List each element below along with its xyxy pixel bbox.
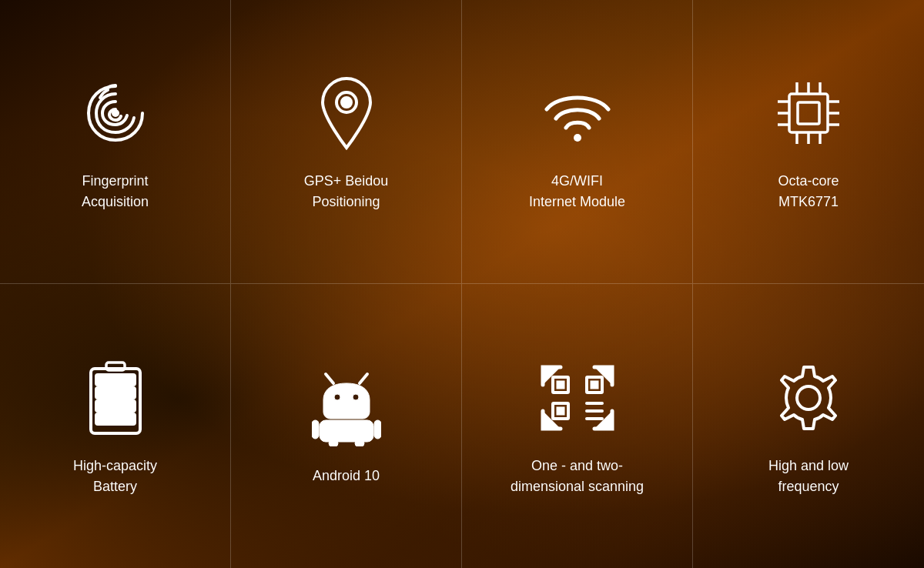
gps-icon xyxy=(312,75,381,152)
svg-rect-4 xyxy=(789,94,828,132)
features-grid: Fingerprint Acquisition GPS+ Beidou Posi… xyxy=(0,0,924,568)
fingerprint-label: Fingerprint Acquisition xyxy=(82,171,149,212)
chip-icon-wrap xyxy=(766,71,851,155)
feature-gps: GPS+ Beidou Positioning xyxy=(231,0,462,284)
feature-fingerprint: Fingerprint Acquisition xyxy=(0,0,231,284)
svg-rect-21 xyxy=(96,388,135,398)
feature-battery: High-capacity Battery xyxy=(0,284,231,568)
battery-icon-wrap xyxy=(73,356,158,440)
chip-icon xyxy=(770,75,847,152)
svg-rect-20 xyxy=(96,375,135,385)
qr-label: One - and two- dimensional scanning xyxy=(511,456,644,497)
wifi-icon-wrap xyxy=(535,71,620,155)
svg-rect-23 xyxy=(96,414,135,424)
svg-rect-36 xyxy=(558,383,563,387)
feature-android: Android 10 xyxy=(231,284,462,568)
svg-point-0 xyxy=(113,111,118,115)
gps-label: GPS+ Beidou Positioning xyxy=(304,171,389,212)
feature-frequency: High and low frequency xyxy=(693,284,924,568)
svg-rect-31 xyxy=(329,440,338,446)
svg-rect-5 xyxy=(798,102,819,124)
svg-line-24 xyxy=(326,374,333,383)
chip-label: Octa-core MTK6771 xyxy=(778,171,839,212)
svg-line-25 xyxy=(360,374,367,383)
gps-icon-wrap xyxy=(304,71,389,155)
gear-icon xyxy=(770,359,847,436)
qr-scan-icon xyxy=(539,363,616,433)
wifi-icon xyxy=(539,82,616,144)
android-icon-wrap xyxy=(304,366,389,450)
feature-chip: Octa-core MTK6771 xyxy=(693,0,924,284)
svg-rect-37 xyxy=(592,383,597,387)
svg-point-26 xyxy=(334,394,340,400)
svg-rect-38 xyxy=(558,409,563,413)
frequency-label: High and low frequency xyxy=(768,456,849,497)
svg-rect-29 xyxy=(312,420,319,439)
fingerprint-icon xyxy=(77,75,154,152)
android-icon xyxy=(312,369,381,446)
svg-point-2 xyxy=(342,98,351,107)
svg-rect-22 xyxy=(96,401,135,411)
android-label: Android 10 xyxy=(313,466,380,486)
svg-rect-32 xyxy=(355,440,364,446)
svg-point-27 xyxy=(353,394,359,400)
battery-icon xyxy=(85,359,146,436)
svg-rect-30 xyxy=(374,420,381,439)
qr-icon-wrap xyxy=(535,356,620,440)
gear-icon-wrap xyxy=(766,356,851,440)
feature-qr: One - and two- dimensional scanning xyxy=(462,284,693,568)
svg-point-3 xyxy=(574,134,581,142)
wifi-label: 4G/WIFI Internet Module xyxy=(529,171,625,212)
svg-point-42 xyxy=(797,386,820,409)
svg-rect-19 xyxy=(106,363,125,370)
svg-rect-28 xyxy=(320,420,373,442)
battery-label: High-capacity Battery xyxy=(73,456,157,497)
fingerprint-icon-wrap xyxy=(73,71,158,155)
background: Fingerprint Acquisition GPS+ Beidou Posi… xyxy=(0,0,924,568)
feature-wifi: 4G/WIFI Internet Module xyxy=(462,0,693,284)
